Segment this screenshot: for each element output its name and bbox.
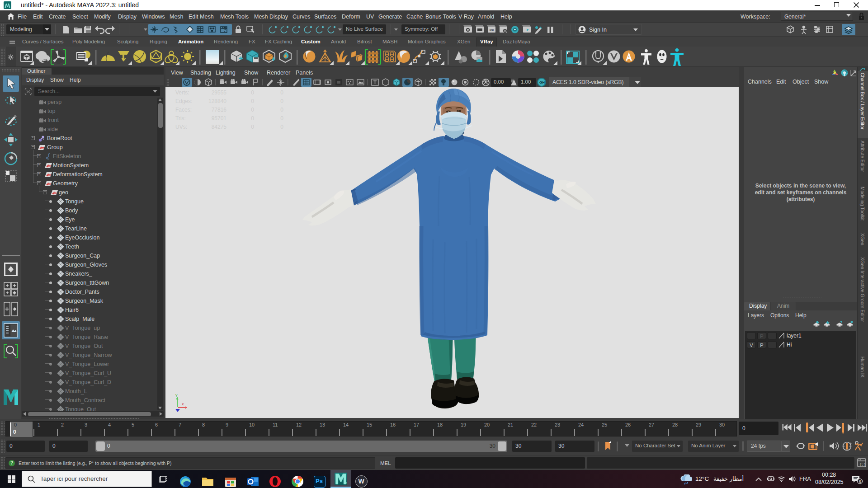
svg-text:IPR: IPR <box>489 29 494 32</box>
svg-text:22: 22 <box>344 482 347 484</box>
svg-text:{;}: {;} <box>859 462 866 466</box>
svg-text:6: 6 <box>859 479 861 484</box>
svg-text:y: y <box>175 393 178 397</box>
svg-text:x: x <box>182 402 184 406</box>
